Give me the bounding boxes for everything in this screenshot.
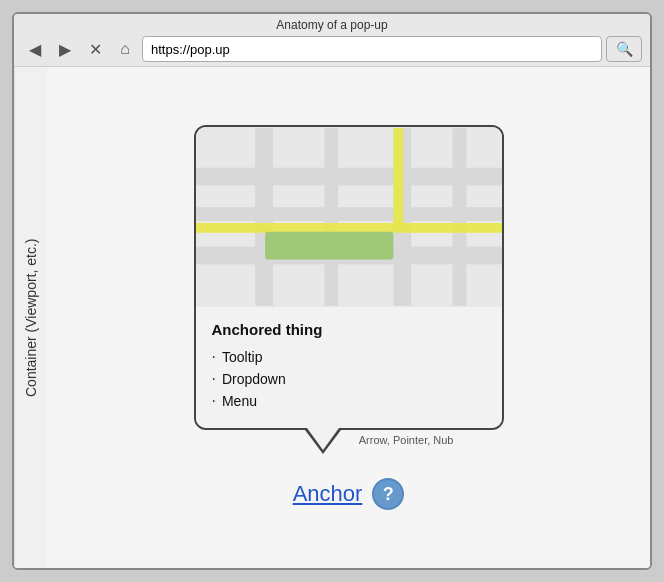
svg-rect-4 (255, 128, 273, 306)
sidebar-label: Container (Viewport, etc.) (14, 67, 47, 568)
svg-rect-8 (196, 223, 502, 233)
svg-rect-9 (393, 128, 403, 227)
main-area: Anchored thing · Tooltip · Dropdown (47, 67, 650, 568)
title-bar: Anatomy of a pop-up ◀ ▶ ✕ ⌂ 🔍 (14, 14, 650, 67)
map-svg (196, 127, 502, 307)
browser-content: Container (Viewport, etc.) (14, 67, 650, 568)
bullet-icon: · (212, 370, 216, 388)
popup-container: Anchored thing · Tooltip · Dropdown (194, 125, 504, 454)
popup-arrow (305, 430, 341, 454)
anchor-link[interactable]: Anchor (293, 481, 363, 507)
anchor-row: Anchor ? (293, 478, 405, 510)
bullet-icon: · (212, 348, 216, 366)
list-item-dropdown: · Dropdown (212, 368, 486, 390)
search-button[interactable]: 🔍 (606, 36, 642, 62)
svg-rect-5 (324, 128, 338, 306)
page-title: Anatomy of a pop-up (276, 18, 387, 32)
svg-rect-7 (452, 128, 466, 306)
nav-bar: ◀ ▶ ✕ ⌂ 🔍 (22, 36, 642, 62)
arrow-label: Arrow, Pointer, Nub (359, 434, 454, 446)
bullet-icon: · (212, 392, 216, 410)
map-area (196, 127, 502, 307)
list-item-menu: · Menu (212, 390, 486, 412)
close-button[interactable]: ✕ (82, 36, 108, 62)
list-item-label: Tooltip (222, 349, 262, 365)
list-item-label: Dropdown (222, 371, 286, 387)
svg-rect-10 (265, 232, 393, 260)
list-item-tooltip: · Tooltip (212, 346, 486, 368)
help-icon[interactable]: ? (372, 478, 404, 510)
browser-window: Anatomy of a pop-up ◀ ▶ ✕ ⌂ 🔍 Container … (12, 12, 652, 570)
address-bar[interactable] (142, 36, 602, 62)
list-item-label: Menu (222, 393, 257, 409)
home-button[interactable]: ⌂ (112, 36, 138, 62)
popup-box: Anchored thing · Tooltip · Dropdown (194, 125, 504, 430)
forward-button[interactable]: ▶ (52, 36, 78, 62)
anchored-list: · Tooltip · Dropdown · Menu (212, 346, 486, 412)
back-button[interactable]: ◀ (22, 36, 48, 62)
anchored-title: Anchored thing (212, 321, 486, 338)
popup-content: Anchored thing · Tooltip · Dropdown (196, 307, 502, 428)
